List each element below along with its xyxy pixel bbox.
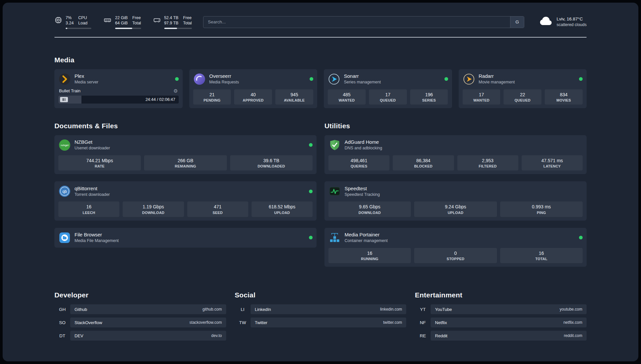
stat-value: 47.571 ms [523, 158, 581, 164]
service-card-plex[interactable]: Plex Media server Bullet Train ⚙ [54, 69, 183, 108]
stat-tile: 266 GB REMAINING [144, 155, 227, 170]
bookmark-url: github.com [202, 307, 222, 312]
service-card-overseerr[interactable]: Overseerr Media Requests 21 PENDING 40 A… [189, 69, 318, 108]
bookmark-group-title: Developer [54, 291, 226, 299]
bookmark-row: TW Twitter twitter.com [235, 318, 407, 327]
search-provider-button[interactable]: G [510, 16, 524, 28]
status-dot [309, 190, 313, 193]
gear-icon[interactable]: ⚙ [173, 88, 178, 93]
service-card-nzbget[interactable]: nzbget NZBGet Usenet downloader 744.21 M… [54, 135, 317, 174]
service-card-speedtest[interactable]: Speedtest Speedtest Tracking 9.65 Gbps D… [324, 181, 587, 220]
bookmark-link-youtube[interactable]: YouTube youtube.com [431, 304, 587, 314]
stat-tile: 9.65 Gbps DOWNLOAD [328, 201, 411, 217]
stat-value: 266 GB [145, 158, 225, 164]
service-card-portainer[interactable]: Media Portainer Container management 16 … [324, 228, 587, 267]
plex-icon [58, 73, 71, 85]
bookmark-row: RE Reddit reddit.com [415, 331, 587, 341]
weather-widget: Lviv, 16.87°C scattered clouds [539, 16, 587, 28]
playback-progress-bar[interactable]: 24:44 / 02:06:47 [58, 96, 179, 104]
service-title: AdGuard Home [345, 139, 382, 145]
playback-time: 24:44 / 02:06:47 [145, 97, 175, 102]
search: G [203, 16, 524, 28]
stat-tile: 17 WANTED [463, 89, 501, 105]
disk-total-value: 97.9 TB [164, 20, 179, 26]
service-subtitle: Media server [75, 80, 98, 85]
bookmark-row: DT DEV dev.to [54, 331, 226, 341]
svg-text:nzbget: nzbget [61, 144, 69, 147]
stat-label: TOTAL [502, 257, 581, 261]
bookmark-url: stackoverflow.com [190, 320, 222, 325]
stat-label: BLOCKED [394, 164, 452, 168]
cpu-load-label: Load [78, 20, 87, 26]
memory-free-label: Free [132, 15, 141, 20]
stat-label: AVAILABLE [277, 98, 312, 103]
bookmark-link-dev[interactable]: DEV dev.to [70, 331, 226, 341]
service-subtitle: Movie management [479, 80, 515, 85]
cpu-percent: 7% [66, 15, 74, 20]
disk-total-label: Total [183, 20, 192, 26]
disk-free-value: 52.4 TB [164, 15, 179, 20]
bookmark-link-netflix[interactable]: Netflix netflix.com [431, 318, 587, 327]
stat-label: FILTERED [459, 164, 517, 168]
bookmark-name: Reddit [435, 333, 447, 338]
bookmark-name: Twitter [255, 320, 267, 325]
stat-tile: 47.571 ms LATENCY [522, 155, 583, 170]
status-dot [309, 236, 313, 239]
bookmark-link-linkedin[interactable]: LinkedIn linkedin.com [251, 304, 407, 314]
search-input[interactable] [203, 16, 510, 28]
bookmark-link-github[interactable]: Github github.com [70, 304, 226, 314]
stat-value: 17 [464, 92, 499, 98]
bookmark-link-reddit[interactable]: Reddit reddit.com [431, 331, 587, 341]
bookmark-name: StackOverflow [75, 320, 102, 325]
cpu-label: CPU [78, 15, 87, 20]
stat-label: UPLOAD [415, 210, 495, 215]
stat-tile: 40 APPROVED [234, 89, 272, 105]
stat-label: STOPPED [415, 257, 495, 261]
cpu-usage-bar [66, 28, 91, 29]
stat-label: PING [502, 210, 581, 215]
cloud-icon [539, 16, 553, 28]
service-card-filebrowser[interactable]: File Browser Media File Management [54, 228, 317, 248]
bookmark-abbr: RE [415, 333, 431, 338]
service-card-adguard[interactable]: AdGuard Home DNS and adblocking 498,461 … [324, 135, 587, 174]
service-card-radarr[interactable]: Radarr Movie management 17 WANTED 22 QUE… [459, 69, 587, 108]
service-subtitle: Usenet downloader [75, 146, 110, 151]
bookmark-name: DEV [75, 333, 83, 338]
adguard-icon [328, 139, 341, 151]
bookmark-link-twitter[interactable]: Twitter twitter.com [251, 318, 407, 327]
qbittorrent-icon: qb [58, 185, 71, 197]
stat-tile: 16 LEECH [58, 201, 119, 217]
stat-value: 1.19 Gbps [124, 204, 182, 210]
pause-button[interactable] [60, 97, 68, 102]
bookmark-row: LI LinkedIn linkedin.com [235, 304, 407, 314]
radarr-icon [463, 73, 475, 85]
cpu-icon [54, 16, 62, 24]
stat-value: 945 [277, 92, 312, 98]
sonarr-icon [328, 73, 340, 85]
weather-location: Lviv, 16.87°C [557, 16, 587, 22]
stat-label: QUERIES [330, 164, 388, 168]
section-files: Documents & Files nzbget NZBGet Usenet d [54, 122, 317, 248]
bookmark-name: Github [75, 307, 87, 312]
service-card-qbittorrent[interactable]: qb qBittorrent Torrent downloader 16 LEE… [54, 181, 317, 220]
stat-label: RATE [60, 164, 139, 168]
stat-value: 485 [329, 92, 364, 98]
service-card-sonarr[interactable]: Sonarr Series management 485 WANTED 17 Q… [324, 69, 452, 108]
bookmark-abbr: GH [54, 307, 70, 312]
disk-icon [153, 16, 161, 24]
stat-value: 196 [412, 92, 447, 98]
service-subtitle: Media File Management [75, 238, 119, 244]
bookmark-group-developer: Developer GH Github github.com SO StackO… [54, 291, 226, 344]
bookmark-url: youtube.com [560, 307, 582, 312]
stat-tile: 485 WANTED [328, 89, 366, 105]
bookmark-abbr: SO [54, 320, 70, 325]
stat-value: 16 [60, 204, 118, 210]
stat-value: 834 [546, 92, 581, 98]
bookmark-link-stackoverflow[interactable]: StackOverflow stackoverflow.com [70, 318, 226, 327]
bookmark-name: LinkedIn [255, 307, 271, 312]
service-subtitle: Series management [344, 80, 381, 85]
section-title-files: Documents & Files [54, 122, 317, 130]
stat-label: WANTED [464, 98, 499, 103]
stat-label: SEED [189, 210, 247, 215]
stat-tile: 1.19 Gbps DOWNLOAD [123, 201, 184, 217]
